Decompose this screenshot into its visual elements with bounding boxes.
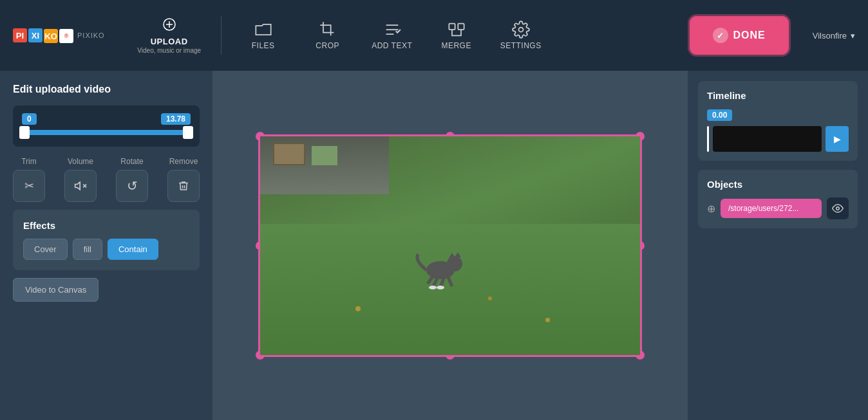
upload-label: UPLOAD: [151, 37, 188, 46]
svg-rect-4: [458, 24, 464, 30]
svg-line-16: [428, 277, 433, 284]
svg-line-15: [448, 277, 452, 286]
logo-text: PIXIKO: [77, 32, 105, 39]
nav-addtext-button[interactable]: ADD TEXT: [363, 10, 421, 61]
folder-icon: [254, 21, 272, 39]
effect-cover-button[interactable]: Cover: [23, 239, 68, 260]
nav-crop-label: CROP: [316, 41, 339, 50]
timeline-track-bar[interactable]: [713, 126, 822, 152]
volume-button[interactable]: [64, 170, 97, 202]
check-icon: ✓: [713, 28, 728, 43]
object-label[interactable]: /storage/users/272...: [721, 199, 822, 218]
chevron-down-icon: ▾: [851, 31, 855, 41]
app-logo: PI XI KO ® PIXIKO: [13, 28, 105, 43]
object-item: ⊕ /storage/users/272...: [707, 197, 849, 219]
objects-section: Objects ⊕ /storage/users/272...: [698, 170, 858, 228]
gear-icon: [512, 21, 530, 39]
done-button[interactable]: ✓ DONE: [692, 18, 787, 53]
trim-slider-container: 0 13.78: [13, 105, 200, 147]
crop-icon: [319, 21, 337, 39]
box-item: [273, 143, 305, 165]
main-layout: Edit uploaded video 0 13.78 Trim ✂ Volum…: [0, 71, 868, 420]
nav-addtext-label: ADD TEXT: [372, 41, 412, 50]
leaf-1: [355, 306, 361, 311]
nav-files-button[interactable]: FILES: [234, 10, 292, 61]
logo-cell-pi: PI: [13, 28, 27, 42]
tool-rotate-label: Rotate: [120, 157, 143, 166]
trim-button[interactable]: ✂: [13, 170, 45, 202]
trash-icon: [178, 179, 189, 192]
effects-buttons: Cover fill Contain: [23, 239, 189, 260]
nav-settings-button[interactable]: SETTINGS: [492, 10, 550, 61]
top-navigation: PI XI KO ® PIXIKO UPLOAD Video, music or…: [0, 0, 868, 71]
video-background: [260, 136, 640, 355]
panel-title: Edit uploaded video: [13, 84, 200, 95]
slider-track[interactable]: [22, 130, 191, 135]
upload-icon: [162, 17, 177, 35]
nav-files-label: FILES: [252, 41, 275, 50]
leaf-3: [545, 318, 550, 322]
timeline-section: Timeline 0.00 ▶: [698, 81, 858, 161]
slider-start-badge: 0: [22, 113, 37, 125]
logo-cell-ko: KO: [44, 29, 58, 43]
effects-title: Effects: [23, 220, 189, 231]
eye-icon: [832, 203, 844, 214]
text-icon: [383, 21, 401, 39]
grass-layer: [260, 224, 640, 355]
leaf-2: [488, 297, 492, 300]
timeline-play-button[interactable]: ▶: [826, 126, 849, 152]
cat-silhouette: [408, 248, 473, 289]
svg-point-19: [836, 207, 840, 210]
user-menu[interactable]: Vilsonfire ▾: [813, 31, 855, 41]
left-panel: Edit uploaded video 0 13.78 Trim ✂ Volum…: [0, 71, 212, 420]
nav-crop-button[interactable]: CROP: [299, 10, 357, 61]
slider-end-badge: 13.78: [161, 113, 191, 125]
container-item: [312, 146, 337, 165]
user-name: Vilsonfire: [813, 31, 847, 41]
timeline-title: Timeline: [707, 90, 849, 101]
svg-point-10: [447, 256, 462, 271]
volume-icon: [74, 179, 87, 192]
video-editor-area: [212, 71, 688, 420]
merge-icon: [448, 21, 466, 39]
slider-labels: 0 13.78: [22, 113, 191, 125]
svg-point-18: [429, 286, 437, 289]
upload-button[interactable]: UPLOAD Video, music or image: [131, 10, 208, 61]
done-label: DONE: [733, 30, 766, 41]
nav-separator: [221, 16, 222, 55]
upload-sub: Video, music or image: [137, 46, 201, 55]
tool-section: Trim ✂ Volume Rotate ↺ Remove: [13, 157, 200, 202]
nav-merge-label: MERGE: [441, 41, 471, 50]
nav-merge-button[interactable]: MERGE: [428, 10, 486, 61]
timeline-needle: [707, 126, 709, 152]
remove-button[interactable]: [167, 170, 200, 202]
object-visibility-button[interactable]: [827, 197, 849, 219]
tool-volume: Volume: [64, 157, 97, 202]
svg-point-5: [518, 28, 523, 32]
svg-rect-3: [449, 24, 455, 30]
effect-contain-button[interactable]: Contain: [108, 239, 158, 260]
svg-marker-12: [455, 252, 461, 257]
tool-volume-label: Volume: [68, 157, 93, 166]
objects-title: Objects: [707, 179, 849, 190]
slider-handle-right[interactable]: [183, 126, 193, 139]
svg-marker-11: [449, 253, 455, 258]
logo-cell-dot: ®: [59, 29, 73, 43]
tool-trim-label: Trim: [21, 157, 37, 166]
nav-settings-label: SETTINGS: [500, 41, 542, 50]
effect-fill-button[interactable]: fill: [73, 239, 102, 260]
logo-cell-xi: XI: [28, 28, 42, 42]
slider-handle-left[interactable]: [19, 126, 30, 139]
rotate-button[interactable]: ↺: [116, 170, 148, 202]
video-to-canvas-button[interactable]: Video to Canvas: [13, 278, 99, 302]
tool-rotate: Rotate ↺: [116, 157, 148, 202]
tool-remove: Remove: [167, 157, 200, 202]
effects-section: Effects Cover fill Contain: [13, 210, 200, 270]
video-preview: [260, 136, 640, 355]
timeline-time-badge: 0.00: [707, 109, 732, 121]
right-panel: Timeline 0.00 ▶ Objects ⊕ /storage/users…: [688, 71, 868, 420]
svg-point-17: [437, 286, 444, 289]
tool-trim: Trim ✂: [13, 157, 45, 202]
drag-handle-icon[interactable]: ⊕: [707, 203, 715, 215]
svg-marker-6: [75, 182, 80, 190]
